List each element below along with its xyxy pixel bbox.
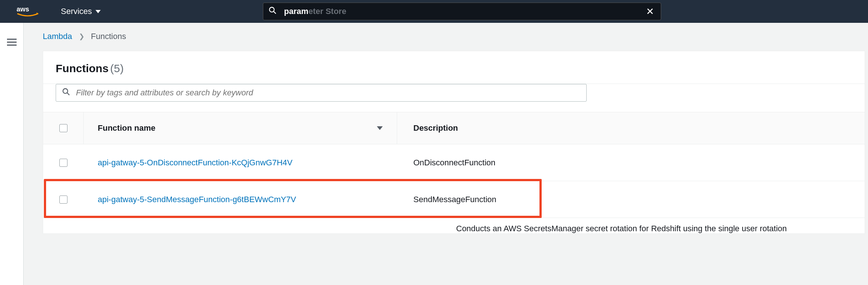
table-row: api-gatway-5-SendMessageFunction-g6tBEWw… [43,181,865,218]
filter-input[interactable] [76,88,580,98]
row-description: SendMessageFunction [397,195,513,204]
main-content: Lambda ❯ Functions Functions (5) [24,23,868,285]
services-label: Services [61,7,92,16]
sort-icon[interactable] [377,126,383,130]
left-rail [0,23,24,285]
svg-line-2 [274,11,276,14]
panel-count: (5) [110,62,124,74]
hamburger-icon[interactable] [7,37,17,285]
services-menu[interactable]: Services [61,7,101,16]
filter-box[interactable] [56,84,587,102]
select-all-checkbox[interactable] [59,124,67,132]
breadcrumb: Lambda ❯ Functions [43,32,868,41]
column-header-function-name[interactable]: Function name [84,112,397,144]
clear-search-icon[interactable]: ✕ [645,5,656,18]
table-header-row: Function name Description [43,112,865,144]
truncated-row-description: Conducts an AWS SecretsManager secret ro… [43,218,865,233]
global-search[interactable]: parameter Store ✕ [263,3,661,20]
select-all-cell [43,112,84,144]
functions-panel: Functions (5) Function name [43,51,865,234]
row-checkbox[interactable] [59,159,67,167]
column-header-description[interactable]: Description [397,123,865,133]
global-top-nav: aws Services parameter Store ✕ [0,0,868,23]
function-name-link[interactable]: api-gatway-5-SendMessageFunction-g6tBEWw… [98,195,296,204]
search-icon [62,88,70,98]
svg-text:aws: aws [17,6,29,13]
table-row: api-gatway-5-OnDisconnectFunction-KcQjGn… [43,144,865,181]
global-search-input[interactable] [282,7,645,16]
aws-logo[interactable]: aws [17,5,39,18]
breadcrumb-current: Functions [91,32,126,41]
column-label: Description [413,123,458,133]
panel-header: Functions (5) [43,51,865,84]
svg-line-4 [67,93,69,95]
svg-point-3 [63,89,68,94]
function-name-link[interactable]: api-gatway-5-OnDisconnectFunction-KcQjGn… [98,158,292,168]
svg-point-1 [270,7,274,12]
panel-title: Functions [56,62,108,74]
search-icon [268,6,277,17]
row-description: OnDisconnectFunction [397,158,512,168]
row-checkbox[interactable] [59,196,67,204]
column-label: Function name [98,123,155,133]
caret-down-icon [96,10,101,13]
chevron-right-icon: ❯ [79,32,84,41]
breadcrumb-root-link[interactable]: Lambda [43,32,72,41]
